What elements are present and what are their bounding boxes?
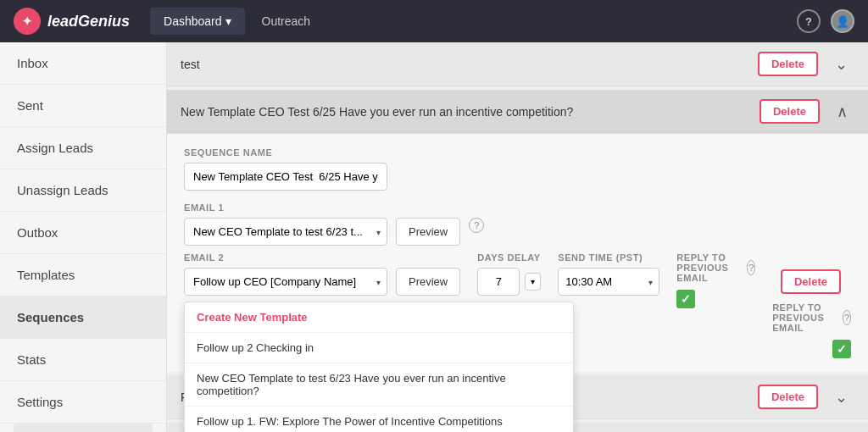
email2-delete-col: Delete REPLY TO PREVIOUS EMAIL ? [772,252,851,358]
days-delay-input[interactable] [477,268,520,296]
delete-ceo-header-button[interactable]: Delete [760,99,820,124]
sequence-header-test: test Delete ⌄ [167,42,868,86]
reply2-help-icon[interactable]: ? [843,310,851,325]
sequence-form-ceo: SEQUENCE NAME EMAIL 1 New CEO Template t… [167,134,868,372]
logo-icon: ✦ [14,8,41,35]
reply2-label-row: REPLY TO PREVIOUS EMAIL ? [772,302,851,333]
user-button[interactable]: 👤 [831,9,854,33]
days-delay-label: DAYS DELAY [477,252,541,263]
delete-test-button[interactable]: Delete [758,52,818,76]
sequence-header-ceo: New Template CEO Test 6/25 Have you ever… [167,90,868,134]
nav-outreach[interactable]: Outreach [248,8,325,35]
delete-followup-button[interactable]: Delete [758,385,818,409]
dropdown-item-2[interactable]: New CEO Template to test 6/23 Have you e… [185,363,573,407]
reply-col: REPLY TO PREVIOUS EMAIL ? [676,252,755,308]
logo-text: leadGenius [47,13,130,30]
reply-help-icon[interactable]: ? [747,260,755,275]
sequence-title-ceo: New Template CEO Test 6/25 Have you ever… [181,105,760,119]
nav-right: ? 👤 [797,9,854,33]
email2-row: Follow up CEO [Company Name] ▾ Preview C… [184,268,460,296]
logo: ✦ leadGenius [14,8,130,35]
reply-label: REPLY TO PREVIOUS EMAIL [676,252,743,283]
sidebar-item-sent[interactable]: Sent [0,85,166,127]
add-leads-button[interactable]: Add Leads [14,424,153,432]
email1-preview-button[interactable]: Preview [396,218,460,246]
reply2-label: REPLY TO PREVIOUS EMAIL [772,302,839,333]
sidebar-item-stats[interactable]: Stats [0,339,166,381]
sequence-name-input[interactable] [184,163,387,191]
expand-test-button[interactable]: ⌄ [828,52,854,77]
sidebar: Inbox Sent Assign Leads Unassign Leads O… [0,42,167,432]
sidebar-item-unassign-leads[interactable]: Unassign Leads [0,169,166,212]
collapse-ceo-button[interactable]: ∧ [830,99,854,125]
send-time-select[interactable]: 10:30 AM [558,268,659,296]
chevron-down-icon: ▾ [225,14,231,28]
reply-label-row: REPLY TO PREVIOUS EMAIL ? [676,252,755,283]
sidebar-item-inbox[interactable]: Inbox [0,42,166,85]
send-time-label: SEND TIME (PST) [558,252,659,263]
days-delay-input-wrap: ▾ [477,268,541,296]
email1-row: New CEO Template to test 6/23 t... ▾ Pre… [184,218,851,246]
nav-dashboard[interactable]: Dashboard ▾ [150,8,245,35]
days-arrow-up[interactable]: ▾ [525,273,541,291]
email2-dropdown: Create New Template Follow up 2 Checking… [184,302,574,432]
sidebar-item-sequences[interactable]: Sequences [0,296,166,339]
sidebar-item-templates[interactable]: Templates [0,254,166,296]
delete-email2-button[interactable]: Delete [781,269,841,294]
nav-items: Dashboard ▾ Outreach [150,8,797,35]
content-area: test Delete ⌄ New Template CEO Test 6/25… [167,42,868,432]
send-time-wrap: 10:30 AM ▾ [558,268,659,296]
email2-label: EMAIL 2 [184,252,460,263]
send-time-col: SEND TIME (PST) 10:30 AM ▾ [558,252,659,296]
email2-section: EMAIL 2 Follow up CEO [Company Name] ▾ P… [184,252,460,302]
create-new-template-item[interactable]: Create New Template [185,302,573,333]
sidebar-item-settings[interactable]: Settings [0,381,166,424]
sequence-title-test: test [181,58,758,71]
days-delay-col: DAYS DELAY ▾ [477,252,541,296]
sidebar-item-outbox[interactable]: Outbox [0,212,166,254]
email1-select[interactable]: New CEO Template to test 6/23 t... [184,218,387,246]
dropdown-item-3[interactable]: Follow up 1. FW: Explore The Power of In… [185,407,573,432]
sequence-name-label: SEQUENCE NAME [184,147,851,158]
email1-select-wrap: New CEO Template to test 6/23 t... ▾ [184,218,387,246]
email1-label: EMAIL 1 [184,202,851,213]
email2-preview-button[interactable]: Preview [396,268,460,296]
email1-help-icon[interactable]: ? [469,218,484,233]
sequence-row-test: test Delete ⌄ [167,42,868,86]
expand-followup-button[interactable]: ⌄ [828,385,854,410]
dropdown-item-1[interactable]: Follow up 2 Checking in [185,333,573,363]
email2-select[interactable]: Follow up CEO [Company Name] [184,268,387,296]
reply-checkbox[interactable] [676,290,695,308]
sidebar-item-assign-leads[interactable]: Assign Leads [0,127,166,169]
help-button[interactable]: ? [797,9,821,33]
reply2-checkbox[interactable] [832,340,851,358]
sequence-row-ceo: New Template CEO Test 6/25 Have you ever… [167,90,868,372]
email2-select-wrap: Follow up CEO [Company Name] ▾ [184,268,387,296]
top-nav: ✦ leadGenius Dashboard ▾ Outreach ? 👤 [0,0,868,42]
main-layout: Inbox Sent Assign Leads Unassign Leads O… [0,42,868,432]
